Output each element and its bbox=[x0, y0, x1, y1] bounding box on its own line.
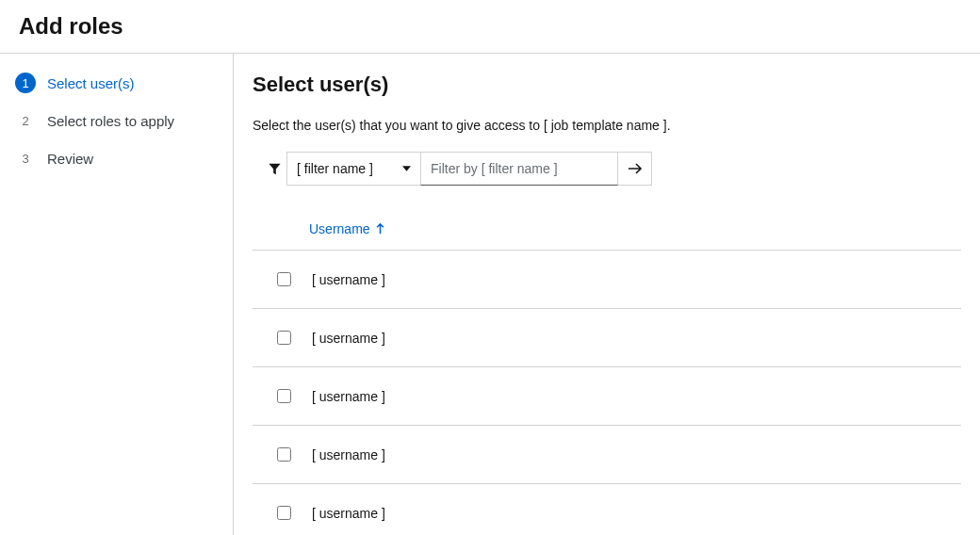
table-row: [ username ] bbox=[253, 251, 961, 309]
wizard-step-review[interactable]: 3 Review bbox=[15, 148, 218, 169]
page-title: Add roles bbox=[0, 0, 980, 54]
step-number-badge: 1 bbox=[15, 73, 36, 93]
table-row: [ username ] bbox=[253, 426, 961, 484]
main-title: Select user(s) bbox=[253, 73, 961, 97]
column-header-label: Username bbox=[309, 221, 370, 236]
filter-toolbar: [ filter name ] bbox=[262, 152, 961, 186]
table-row: [ username ] bbox=[253, 484, 961, 535]
filter-attribute-select[interactable]: [ filter name ] bbox=[286, 152, 420, 186]
row-username: [ username ] bbox=[312, 389, 385, 404]
row-select-checkbox[interactable] bbox=[277, 331, 291, 345]
main-subtitle: Select the user(s) that you want to give… bbox=[253, 118, 961, 133]
row-username: [ username ] bbox=[312, 447, 385, 462]
row-username: [ username ] bbox=[312, 331, 385, 346]
main-panel: Select user(s) Select the user(s) that y… bbox=[234, 54, 980, 535]
arrow-right-icon bbox=[628, 162, 643, 175]
wizard-step-select-roles[interactable]: 2 Select roles to apply bbox=[15, 110, 218, 131]
filter-select-value: [ filter name ] bbox=[297, 161, 373, 176]
user-list-header: Username bbox=[253, 221, 961, 251]
row-select-checkbox[interactable] bbox=[277, 506, 291, 520]
step-number-badge: 2 bbox=[15, 110, 36, 131]
sort-ascending-icon bbox=[376, 223, 384, 235]
row-username: [ username ] bbox=[312, 272, 385, 287]
caret-down-icon bbox=[402, 166, 411, 171]
table-row: [ username ] bbox=[253, 309, 961, 367]
table-row: [ username ] bbox=[253, 367, 961, 426]
row-select-checkbox[interactable] bbox=[277, 389, 291, 403]
row-select-checkbox[interactable] bbox=[277, 447, 291, 462]
row-username: [ username ] bbox=[312, 506, 385, 521]
filter-icon bbox=[262, 152, 286, 186]
step-label: Review bbox=[47, 151, 93, 167]
step-label: Select roles to apply bbox=[47, 113, 174, 129]
row-select-checkbox[interactable] bbox=[277, 272, 291, 286]
step-number-badge: 3 bbox=[15, 148, 36, 169]
wizard-step-select-users[interactable]: 1 Select user(s) bbox=[15, 73, 218, 93]
column-header-username[interactable]: Username bbox=[309, 221, 384, 236]
filter-input[interactable] bbox=[420, 152, 618, 186]
wizard-steps-nav: 1 Select user(s) 2 Select roles to apply… bbox=[0, 54, 234, 535]
filter-submit-button[interactable] bbox=[618, 152, 652, 186]
step-label: Select user(s) bbox=[47, 75, 135, 91]
